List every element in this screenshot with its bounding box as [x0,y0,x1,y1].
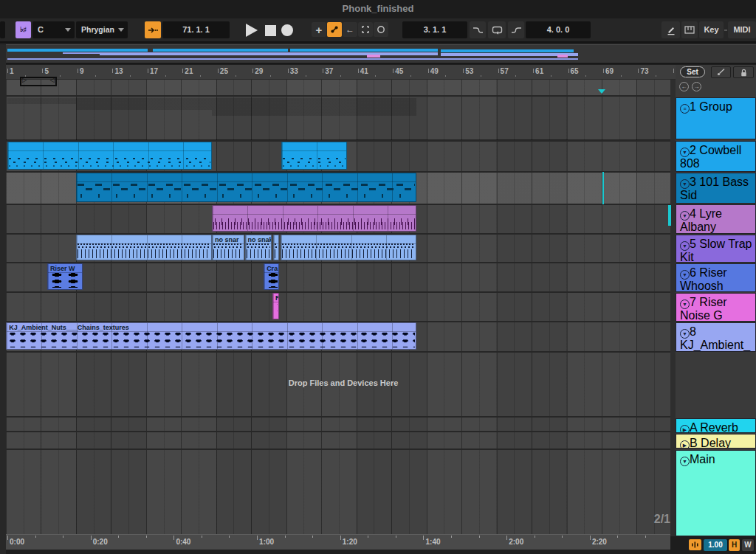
w-zoom-button[interactable]: W [742,539,754,551]
clip-whoosh[interactable]: Cra [264,263,279,290]
key-map-button[interactable]: Key [699,21,724,38]
fold-icon[interactable]: ▼ [680,211,690,221]
play-icon[interactable]: ▶ [680,425,690,433]
track-header-trap[interactable]: ▼5 Slow Trap Kit [676,235,756,263]
track-lane-noise[interactable] [6,292,670,322]
time-ruler[interactable]: 0:000:200:401:001:201:402:002:20 [0,534,670,550]
midi-overdub-button[interactable]: + [312,22,326,37]
fold-icon[interactable]: ▼ [680,148,690,157]
reenable-automation-button[interactable]: ← [343,22,357,37]
time-label: 1:40 [426,538,441,546]
loop-length-display[interactable]: 4. 0. 0 [526,21,591,38]
track-header-noise[interactable]: ▼7 Riser Noise G [676,293,756,322]
overview-clip-segment [7,58,578,60]
play-button[interactable] [246,24,258,37]
scrub-area[interactable] [6,80,670,96]
pencil-icon [666,25,676,35]
history-back-button[interactable]: ← [679,82,689,91]
clip-noise[interactable]: R [272,293,279,319]
fold-icon[interactable]: ▼ [680,329,690,339]
clip-bass[interactable] [76,173,416,202]
loop-brace[interactable]: ▷◁ [20,77,57,86]
clip-notes [247,243,271,258]
punch-in-icon [472,26,484,35]
loop-brace-end-icon: ◁ [50,77,55,83]
time-ruler-tick [7,536,8,540]
track-header-bass[interactable]: ▼3 101 Bass Sid [676,173,756,204]
capture-frame-button[interactable] [358,22,373,37]
punch-in-button[interactable] [470,21,486,38]
follow-button[interactable] [145,21,161,38]
lane-separator [0,431,670,432]
time-ruler-tick [590,536,591,540]
track-header-kj[interactable]: ▼8 KJ_Ambient_ [676,322,756,352]
track-header-whoosh[interactable]: ▼6 Riser Whoosh [676,263,756,292]
clip-lyre[interactable] [212,205,416,232]
h-zoom-button[interactable]: H [729,539,740,551]
time-ruler-tick [535,536,535,538]
history-forward-button[interactable]: → [692,82,701,91]
track-header-cowbell[interactable]: ▼2 Cowbell 808 [676,141,756,172]
clip-trap[interactable] [273,235,279,260]
return-header-main[interactable]: ▼Main [676,450,756,536]
loop-button[interactable] [488,21,506,38]
overview-clip-segment [7,49,148,52]
session-record-button[interactable] [374,22,388,37]
automation-nodes-icon [330,25,339,34]
time-ruler-tick [312,536,313,538]
arrangement-area[interactable]: no snarno snakRiser WCraRKJ_Ambient_Nuts… [0,65,670,554]
time-ruler-tick [396,536,396,538]
track-header-group[interactable]: ≡1 Group [676,97,756,139]
track-lane-whoosh[interactable] [6,263,670,292]
clip-waveform [49,271,81,288]
scale-name-select[interactable]: Phrygian [76,21,128,38]
automation-arm-button[interactable] [327,22,342,37]
arrangement-position-display[interactable]: 71. 1. 1 [162,21,230,38]
fold-icon[interactable]: ▼ [680,270,690,280]
clip-trap[interactable] [281,235,417,260]
punch-out-button[interactable] [508,21,524,38]
track-header-lyre[interactable]: ▼4 Lyre Albany [676,204,756,234]
arrangement-overview[interactable] [0,44,756,64]
clip-kj[interactable]: KJ_Ambient_Nuts___Chains_textures [6,322,416,350]
time-label: 2:20 [592,538,607,546]
key-scale-icon[interactable]: ♭♯ [16,21,31,38]
clip-cowbell[interactable] [281,142,347,170]
loop-start-display[interactable]: 3. 1. 1 [402,21,467,38]
empty-lane[interactable] [6,432,670,449]
clip-trap[interactable]: no snak [245,235,272,260]
fold-icon[interactable]: ▼ [680,241,690,251]
empty-lane[interactable] [6,418,670,431]
return-header-b-delay[interactable]: ▶B Delay [676,434,756,449]
clip-trap[interactable] [76,235,211,260]
fold-icon[interactable]: ▼ [680,299,690,309]
draw-mode-button[interactable] [662,21,680,38]
group-clip-region [7,98,416,104]
lock-envelopes-button[interactable] [733,66,754,78]
scale-root-select[interactable]: C [32,21,75,38]
computer-midi-keyboard-button[interactable] [681,21,698,38]
draw-line-tool-button[interactable] [711,66,731,78]
record-button[interactable] [281,24,293,36]
clip-cowbell[interactable] [7,142,212,170]
stop-button[interactable] [265,25,276,36]
overview-clip-segment [367,55,380,58]
time-ruler-tick [340,536,341,540]
group-icon[interactable]: ≡ [680,104,690,114]
empty-lane[interactable] [6,450,670,534]
clipped-left-control[interactable] [0,21,5,38]
overview-clip-segment [153,49,288,52]
play-icon[interactable]: ▶ [680,440,690,449]
return-header-a-reverb[interactable]: ▶A Reverb [676,418,756,433]
clip-trap[interactable]: no snar [212,235,244,260]
punch-out-icon [511,26,522,35]
clip-waveform [265,271,278,288]
audio-engine-button[interactable] [689,539,701,550]
set-locator-button[interactable]: Set [680,66,705,77]
time-ruler-tick [285,536,286,538]
clip-whoosh[interactable]: Riser W [47,263,83,290]
midi-map-button[interactable]: MIDI [728,21,756,38]
group-clip-region [76,104,416,110]
fold-icon[interactable]: ▼ [680,179,690,189]
fold-icon[interactable]: ▼ [680,457,690,466]
